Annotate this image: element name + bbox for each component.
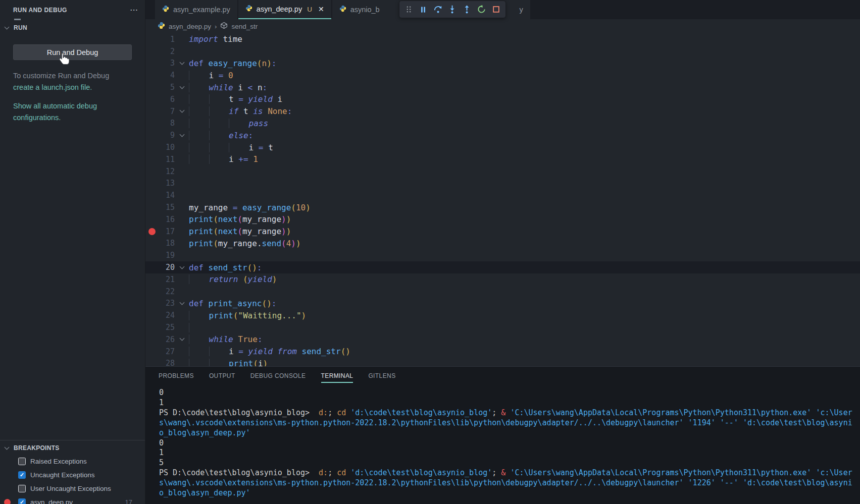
terminal-text: s\wang\.vscode\extensions\ms-python.pyth… bbox=[159, 478, 684, 487]
code-line-16[interactable]: 16print(next(my_range)) bbox=[145, 213, 860, 226]
fold-gutter[interactable] bbox=[175, 110, 189, 112]
code-line-11[interactable]: 11 i += 1 bbox=[145, 153, 860, 165]
checkbox-uncaught-exceptions[interactable]: ✓ bbox=[18, 471, 26, 479]
show-debug-configs-link[interactable]: Show all automatic debug configurations. bbox=[13, 100, 132, 124]
code-text: import time bbox=[189, 34, 242, 44]
indent-guide bbox=[229, 143, 249, 152]
code-editor[interactable]: 1import time23def easy_range(n):4 i = 05… bbox=[145, 33, 860, 366]
code-line-18[interactable]: 18print(my_range.send(4)) bbox=[145, 238, 860, 250]
code-line-28[interactable]: 28 print(i) bbox=[145, 358, 860, 366]
code-line-2[interactable]: 2 bbox=[145, 45, 860, 58]
code-text: return (yield) bbox=[189, 274, 277, 284]
code-line-15[interactable]: 15my_range = easy_range(10) bbox=[145, 201, 860, 213]
token-p1: ) bbox=[296, 239, 301, 248]
code-line-26[interactable]: 26 while True: bbox=[145, 333, 860, 346]
code-line-13[interactable]: 13 bbox=[145, 178, 860, 190]
indent-guide bbox=[189, 323, 209, 332]
checkbox-asyn_deep-py[interactable]: ✓ bbox=[18, 498, 26, 504]
breakpoint-icon[interactable] bbox=[148, 228, 156, 235]
more-actions-icon[interactable]: ⋯ bbox=[130, 5, 138, 15]
code-text: i = t bbox=[189, 143, 273, 152]
code-line-10[interactable]: 10 i = t bbox=[145, 141, 860, 153]
terminal-line: o_blog\asyn_deep.py' bbox=[159, 488, 860, 498]
terminal-text: 'C:\Users\wang\AppData\Local\Programs\Py… bbox=[510, 408, 811, 417]
panel-tab-gitlens[interactable]: GITLENS bbox=[368, 367, 395, 385]
code-line-17[interactable]: 17print(next(my_range)) bbox=[145, 226, 860, 238]
code-line-21[interactable]: 21 return (yield) bbox=[145, 273, 860, 286]
tab-asyn_example-py[interactable]: asyn_example.py bbox=[155, 0, 237, 19]
breakpoint-row[interactable]: User Uncaught Exceptions bbox=[0, 482, 145, 495]
code-line-19[interactable]: 19 bbox=[145, 249, 860, 261]
fold-gutter[interactable] bbox=[175, 87, 189, 88]
breakpoint-line-number: 17 bbox=[125, 498, 132, 504]
code-line-3[interactable]: 3def easy_range(n): bbox=[145, 58, 860, 70]
breakpoint-gutter[interactable] bbox=[145, 228, 159, 235]
breakpoints-header[interactable]: BREAKPOINTS bbox=[0, 440, 145, 455]
code-line-20[interactable]: 20def send_str(): bbox=[145, 261, 860, 273]
code-line-22[interactable]: 22 bbox=[145, 286, 860, 298]
code-line-5[interactable]: 5 while i < n: bbox=[145, 81, 860, 93]
fold-gutter[interactable] bbox=[175, 339, 189, 340]
code-line-27[interactable]: 27 i = yield from send_str() bbox=[145, 346, 860, 358]
fold-chevron-icon[interactable] bbox=[179, 84, 184, 89]
terminal-text bbox=[684, 418, 688, 427]
fold-gutter[interactable] bbox=[175, 135, 189, 136]
close-icon[interactable]: ✕ bbox=[318, 5, 324, 13]
code-line-8[interactable]: 8 pass bbox=[145, 118, 860, 130]
breakpoint-row[interactable]: ✓Uncaught Exceptions bbox=[0, 468, 145, 482]
breadcrumb-file[interactable]: asyn_deep.py bbox=[169, 23, 211, 30]
code-text: while i < n: bbox=[189, 83, 267, 92]
restart-icon[interactable] bbox=[475, 3, 488, 16]
code-line-1[interactable]: 1import time bbox=[145, 33, 860, 45]
fold-chevron-icon[interactable] bbox=[179, 60, 184, 65]
code-text bbox=[189, 323, 209, 332]
panel-tab-debug-console[interactable]: DEBUG CONSOLE bbox=[250, 367, 306, 385]
run-and-debug-button[interactable]: Run and Debug bbox=[13, 44, 132, 60]
step-into-icon[interactable] bbox=[446, 3, 459, 16]
terminal-text: ; bbox=[328, 468, 337, 477]
code-line-23[interactable]: 23def print_async(): bbox=[145, 298, 860, 310]
terminal-text: 'd:\code\test\blog\asyni bbox=[743, 418, 852, 427]
fold-chevron-icon[interactable] bbox=[179, 108, 184, 113]
fold-chevron-icon[interactable] bbox=[179, 300, 184, 305]
code-line-4[interactable]: 4 i = 0 bbox=[145, 69, 860, 81]
fold-gutter[interactable] bbox=[175, 63, 189, 64]
code-line-7[interactable]: 7 if t is None: bbox=[145, 105, 860, 118]
breakpoint-row[interactable]: ✓asyn_deep.py17 bbox=[0, 495, 145, 504]
launch-json-link[interactable]: create a launch.json file. bbox=[13, 83, 92, 91]
code-line-25[interactable]: 25 bbox=[145, 321, 860, 333]
tab-asyn_deep-py[interactable]: asyn_deep.pyU✕ bbox=[238, 0, 331, 19]
fold-chevron-icon[interactable] bbox=[179, 264, 184, 269]
code-text: my_range = easy_range(10) bbox=[189, 203, 311, 212]
terminal-output[interactable]: 01PS D:\code\test\blog\asynio_blog> d:; … bbox=[145, 385, 860, 498]
fold-chevron-icon[interactable] bbox=[179, 336, 184, 341]
line-number: 15 bbox=[159, 203, 175, 212]
line-number: 21 bbox=[159, 275, 175, 284]
panel-tab-output[interactable]: OUTPUT bbox=[209, 367, 235, 385]
code-line-14[interactable]: 14 bbox=[145, 189, 860, 201]
code-line-12[interactable]: 12 bbox=[145, 165, 860, 178]
code-line-9[interactable]: 9 else: bbox=[145, 129, 860, 141]
step-out-icon[interactable] bbox=[461, 3, 474, 16]
panel-tab-terminal[interactable]: TERMINAL bbox=[321, 367, 353, 385]
step-over-icon[interactable] bbox=[431, 3, 444, 16]
code-line-6[interactable]: 6 t = yield i bbox=[145, 93, 860, 105]
fold-gutter[interactable] bbox=[175, 303, 189, 304]
token-va: i bbox=[233, 83, 248, 92]
stop-icon[interactable] bbox=[489, 3, 502, 16]
fold-chevron-icon[interactable] bbox=[179, 132, 184, 137]
code-line-24[interactable]: 24 print("Waitting...") bbox=[145, 309, 860, 321]
breakpoint-row[interactable]: Raised Exceptions bbox=[0, 455, 145, 468]
run-section-header[interactable]: RUN bbox=[0, 20, 145, 31]
token-p1: ( bbox=[257, 59, 262, 68]
token-kw: import bbox=[189, 34, 218, 44]
pause-icon[interactable] bbox=[417, 3, 430, 16]
panel-tab-problems[interactable]: PROBLEMS bbox=[159, 367, 194, 385]
checkbox-raised-exceptions[interactable] bbox=[18, 458, 26, 465]
line-number: 18 bbox=[159, 239, 175, 248]
fold-gutter[interactable] bbox=[175, 267, 189, 268]
breadcrumb-symbol[interactable]: send_str bbox=[231, 23, 258, 30]
checkbox-user-uncaught-exceptions[interactable] bbox=[18, 485, 26, 492]
indent-guide bbox=[189, 347, 209, 356]
token-num: 1 bbox=[253, 154, 258, 164]
